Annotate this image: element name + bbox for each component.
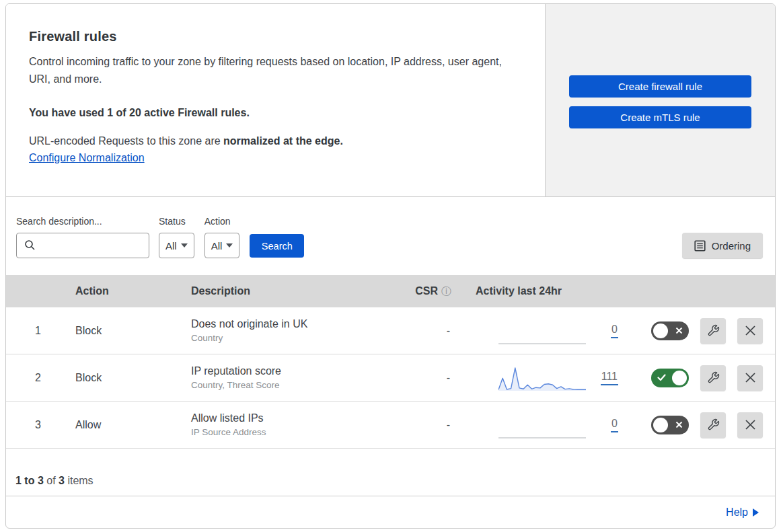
help-footer: Help bbox=[6, 496, 775, 528]
rule-action: Block bbox=[70, 325, 184, 337]
pagination-summary: 1 to 3 of 3 items bbox=[6, 449, 775, 496]
rule-csr: - bbox=[406, 325, 457, 337]
firewall-rules-card: Firewall rules Control incoming traffic … bbox=[5, 3, 776, 529]
action-filter-group: Action All bbox=[204, 216, 240, 258]
close-icon bbox=[745, 372, 756, 383]
delete-rule-button[interactable] bbox=[737, 318, 763, 344]
wrench-icon bbox=[707, 418, 720, 431]
page-title: Firewall rules bbox=[29, 29, 518, 44]
delete-rule-button[interactable] bbox=[737, 412, 763, 438]
rule-description: Allow listed IPs bbox=[191, 412, 406, 424]
action-label: Action bbox=[204, 216, 240, 227]
toggle-state-icon bbox=[657, 369, 666, 387]
create-firewall-rule-button[interactable]: Create firewall rule bbox=[569, 75, 751, 98]
column-header-csr: CSR ⓘ bbox=[406, 285, 457, 298]
action-panel: Create firewall rule Create mTLS rule bbox=[546, 4, 775, 196]
arrow-right-icon bbox=[753, 508, 759, 517]
close-icon bbox=[745, 419, 756, 430]
rule-csr: - bbox=[406, 372, 457, 384]
close-icon bbox=[745, 325, 756, 336]
usage-summary: You have used 1 of 20 active Firewall ru… bbox=[29, 107, 518, 119]
search-field-wrap bbox=[16, 233, 149, 258]
chevron-down-icon bbox=[181, 243, 188, 248]
action-dropdown[interactable]: All bbox=[204, 233, 240, 258]
search-group: Search description... bbox=[16, 216, 149, 258]
status-value: All bbox=[165, 240, 177, 252]
rule-priority: 3 bbox=[6, 419, 70, 431]
table-row: 1 Block Does not originate in UK Country… bbox=[6, 307, 775, 354]
rule-csr: - bbox=[406, 419, 457, 431]
rule-description: IP reputation score bbox=[191, 365, 406, 377]
action-value: All bbox=[211, 240, 223, 252]
items-range: 1 to 3 bbox=[15, 475, 44, 486]
edit-rule-button[interactable] bbox=[700, 365, 726, 391]
rule-enabled-toggle[interactable] bbox=[651, 369, 689, 387]
help-link[interactable]: Help bbox=[726, 506, 759, 519]
help-label: Help bbox=[726, 506, 748, 519]
rule-fields: Country, Threat Score bbox=[191, 380, 406, 390]
status-filter-group: Status All bbox=[159, 216, 194, 258]
delete-rule-button[interactable] bbox=[737, 365, 763, 391]
search-label: Search description... bbox=[16, 216, 149, 227]
header-text-panel: Firewall rules Control incoming traffic … bbox=[6, 4, 546, 196]
rule-description: Does not originate in UK bbox=[191, 318, 406, 330]
table-row: 2 Block IP reputation score Country, Thr… bbox=[6, 354, 775, 402]
column-header-description: Description bbox=[184, 285, 406, 297]
header-section: Firewall rules Control incoming traffic … bbox=[6, 4, 775, 197]
chevron-down-icon bbox=[226, 243, 233, 248]
rule-fields: IP Source Address bbox=[191, 427, 406, 437]
activity-sparkline bbox=[498, 317, 586, 345]
column-header-activity: Activity last 24hr bbox=[457, 285, 625, 297]
rule-action: Allow bbox=[70, 419, 184, 431]
normalization-text: URL-encoded Requests to this zone are bbox=[29, 135, 223, 147]
activity-count-link[interactable]: 111 bbox=[601, 371, 618, 385]
rule-action: Block bbox=[70, 372, 184, 384]
info-icon[interactable]: ⓘ bbox=[441, 285, 451, 298]
create-mtls-rule-button[interactable]: Create mTLS rule bbox=[569, 106, 751, 128]
activity-count-link[interactable]: 0 bbox=[611, 324, 618, 338]
edit-rule-button[interactable] bbox=[700, 412, 726, 438]
status-label: Status bbox=[159, 216, 194, 227]
column-header-action: Action bbox=[70, 285, 184, 297]
toggle-knob bbox=[672, 371, 687, 385]
activity-sparkline bbox=[498, 411, 586, 439]
page-description: Control incoming traffic to your zone by… bbox=[29, 53, 518, 88]
search-icon bbox=[24, 239, 36, 251]
ordering-button[interactable]: Ordering bbox=[682, 233, 763, 258]
activity-count-link[interactable]: 0 bbox=[611, 418, 618, 432]
filter-bar: Search description... Status All Action … bbox=[6, 197, 775, 275]
activity-sparkline bbox=[498, 364, 586, 392]
ordering-list-icon bbox=[694, 240, 706, 252]
rule-enabled-toggle[interactable] bbox=[651, 321, 689, 340]
configure-normalization-link[interactable]: Configure Normalization bbox=[29, 152, 145, 164]
toggle-state-icon bbox=[675, 321, 683, 340]
wrench-icon bbox=[707, 371, 720, 384]
rule-fields: Country bbox=[191, 333, 406, 343]
status-dropdown[interactable]: All bbox=[159, 233, 194, 258]
table-row: 3 Allow Allow listed IPs IP Source Addre… bbox=[6, 402, 775, 449]
rule-enabled-toggle[interactable] bbox=[651, 416, 689, 434]
items-total: 3 bbox=[59, 475, 65, 486]
rule-priority: 2 bbox=[6, 372, 70, 384]
table-header: Action Description CSR ⓘ Activity last 2… bbox=[6, 275, 775, 307]
search-button[interactable]: Search bbox=[250, 234, 304, 258]
normalization-note: URL-encoded Requests to this zone are no… bbox=[29, 135, 518, 147]
normalization-bold-text: normalized at the edge. bbox=[223, 135, 343, 147]
ordering-button-label: Ordering bbox=[712, 240, 751, 252]
toggle-knob bbox=[653, 324, 668, 338]
edit-rule-button[interactable] bbox=[700, 318, 726, 344]
toggle-knob bbox=[653, 418, 668, 432]
toggle-state-icon bbox=[675, 416, 683, 434]
rule-priority: 1 bbox=[6, 325, 70, 337]
search-input[interactable] bbox=[16, 233, 149, 258]
wrench-icon bbox=[707, 324, 720, 337]
